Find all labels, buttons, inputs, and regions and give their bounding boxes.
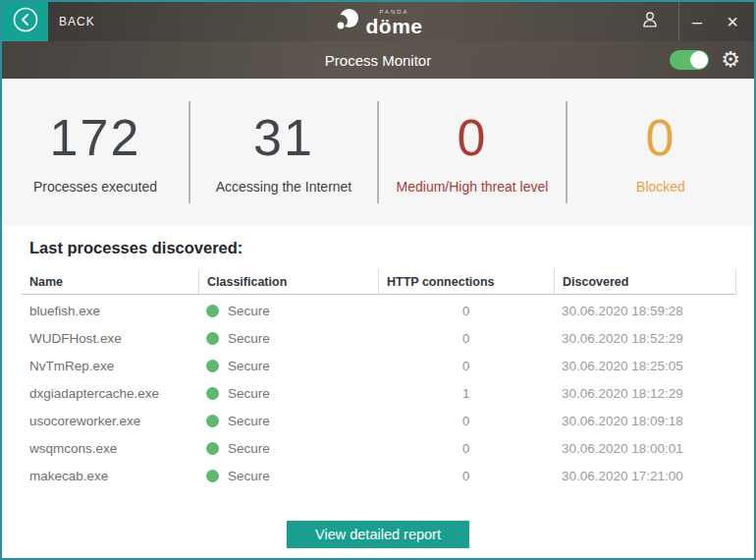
classification-cell: Secure — [198, 359, 378, 373]
secure-status-icon — [206, 305, 219, 317]
stat-value: 0 — [567, 109, 754, 168]
minimize-button[interactable]: – — [679, 2, 715, 41]
secure-status-icon — [206, 470, 219, 482]
process-name: wsqmcons.exe — [22, 441, 198, 456]
discovered-timestamp: 30.06.2020 18:09:18 — [554, 414, 736, 428]
http-connections-value: 0 — [378, 441, 554, 456]
toggle-knob — [690, 51, 708, 69]
table-heading: Last processes discovered: — [29, 239, 754, 257]
classification-label: Secure — [228, 386, 270, 401]
discovered-timestamp: 30.06.2020 18:59:28 — [554, 304, 736, 318]
table-row: usocoreworker.exe Secure 0 30.06.2020 18… — [22, 407, 736, 434]
classification-label: Secure — [228, 441, 270, 456]
discovered-timestamp: 30.06.2020 18:12:29 — [554, 386, 736, 401]
back-label: BACK — [59, 15, 95, 28]
account-button[interactable] — [621, 2, 678, 41]
table-row: bluefish.exe Secure 0 30.06.2020 18:59:2… — [22, 297, 736, 324]
close-icon: × — [727, 11, 738, 33]
view-detailed-report-button[interactable]: View detailed report — [287, 521, 469, 548]
http-connections-value: 0 — [378, 359, 554, 373]
settings-gear-icon[interactable]: ⚙ — [721, 49, 740, 71]
stat-label: Processes executed — [2, 179, 189, 195]
logo-dome-text: döme — [365, 15, 422, 35]
table-row: WUDFHost.exe Secure 0 30.06.2020 18:52:2… — [22, 324, 736, 352]
secure-status-icon — [206, 360, 219, 372]
http-connections-value: 0 — [378, 331, 554, 346]
stat-label: Blocked — [567, 179, 754, 195]
page-title: Process Monitor — [325, 52, 431, 69]
stat-label: Medium/High threat level — [379, 179, 566, 195]
classification-cell: Secure — [198, 304, 378, 318]
table-row: dxgiadaptercache.exe Secure 1 30.06.2020… — [22, 379, 736, 407]
close-button[interactable]: × — [715, 2, 750, 41]
classification-cell: Secure — [198, 331, 378, 346]
classification-cell: Secure — [198, 441, 378, 456]
column-header: Name — [22, 269, 198, 294]
table-row: NvTmRep.exe Secure 0 30.06.2020 18:25:05 — [22, 352, 736, 379]
process-monitor-header: Process Monitor ⚙ — [2, 41, 754, 79]
classification-cell: Secure — [198, 469, 378, 483]
http-connections-value: 0 — [378, 304, 554, 318]
app-window: BACK PANDA döme — [0, 0, 756, 560]
table-header-row: Name Classification HTTP connections Dis… — [22, 269, 736, 295]
minimize-icon: – — [692, 12, 702, 32]
classification-label: Secure — [228, 331, 270, 346]
classification-cell: Secure — [198, 386, 378, 401]
logo-panda-text: PANDA — [379, 8, 408, 14]
http-connections-value: 1 — [378, 386, 554, 401]
stat-block: 172 Processes executed — [2, 109, 189, 196]
secure-status-icon — [206, 387, 219, 400]
back-icon — [12, 6, 39, 37]
panda-logo-icon — [333, 7, 359, 37]
process-name: NvTmRep.exe — [22, 359, 198, 373]
process-name: makecab.exe — [22, 469, 198, 483]
http-connections-value: 0 — [378, 414, 554, 428]
classification-cell: Secure — [198, 414, 378, 428]
stat-label: Accessing the Internet — [190, 179, 377, 195]
secure-status-icon — [206, 332, 219, 345]
http-connections-value: 0 — [378, 469, 554, 483]
classification-label: Secure — [228, 359, 270, 373]
process-name: dxgiadaptercache.exe — [22, 386, 198, 401]
logo-wordmark: PANDA döme — [365, 8, 422, 35]
column-header: Classification — [198, 269, 378, 294]
app-logo: PANDA döme — [333, 7, 422, 37]
table-rows: bluefish.exe Secure 0 30.06.2020 18:59:2… — [2, 297, 754, 489]
table-row: wsqmcons.exe Secure 0 30.06.2020 18:00:0… — [22, 434, 736, 462]
process-name: WUDFHost.exe — [22, 331, 198, 346]
subheader-controls: ⚙ — [670, 49, 740, 71]
process-name: bluefish.exe — [22, 304, 198, 318]
stat-value: 0 — [379, 109, 566, 168]
classification-label: Secure — [228, 469, 270, 483]
discovered-timestamp: 30.06.2020 18:00:01 — [554, 441, 736, 456]
discovered-timestamp: 30.06.2020 18:25:05 — [554, 359, 736, 373]
column-header: HTTP connections — [378, 269, 554, 294]
titlebar: BACK PANDA döme — [2, 2, 754, 41]
process-name: usocoreworker.exe — [22, 414, 198, 428]
stat-block: 31 Accessing the Internet — [190, 109, 377, 196]
titlebar-controls: – × — [621, 2, 754, 41]
main-content: Last processes discovered: Name Classifi… — [2, 225, 754, 558]
column-header: Discovered — [554, 269, 736, 294]
stat-value: 31 — [190, 109, 377, 168]
process-monitor-toggle[interactable] — [670, 50, 709, 70]
back-button[interactable] — [2, 2, 48, 41]
secure-status-icon — [206, 442, 219, 455]
discovered-timestamp: 30.06.2020 17:21:00 — [554, 469, 736, 483]
secure-status-icon — [206, 415, 219, 427]
classification-label: Secure — [228, 304, 270, 318]
table-row: makecab.exe Secure 0 30.06.2020 17:21:00 — [22, 462, 736, 489]
stat-value: 172 — [2, 109, 189, 168]
classification-label: Secure — [228, 414, 270, 428]
stat-block: 0 Blocked — [567, 109, 754, 196]
stat-block: 0 Medium/High threat level — [379, 109, 566, 196]
discovered-timestamp: 30.06.2020 18:52:29 — [554, 331, 736, 346]
account-icon — [639, 9, 661, 34]
stats-row: 172 Processes executed 31 Accessing the … — [2, 79, 754, 225]
footer: View detailed report — [2, 521, 754, 558]
